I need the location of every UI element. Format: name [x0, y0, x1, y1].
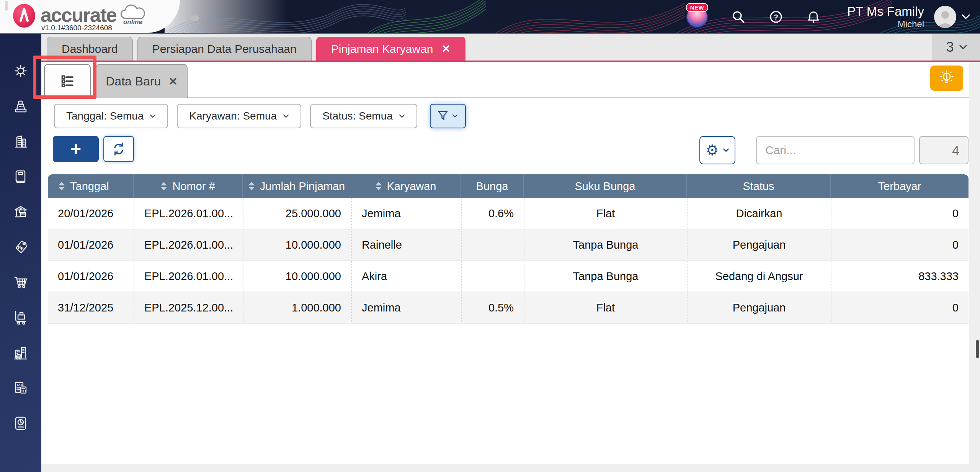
refresh-button[interactable] — [103, 136, 134, 162]
sidebar-item-purchases-cart[interactable] — [12, 274, 29, 291]
column-header-suku-bunga[interactable]: Suku Bunga — [524, 174, 687, 198]
result-count-box: 4 — [919, 136, 969, 164]
help-icon[interactable]: ? — [769, 10, 783, 24]
search-icon[interactable] — [732, 10, 745, 24]
cell-jumlah: 25.000.000 — [243, 198, 351, 229]
sidebar-item-company[interactable] — [12, 133, 29, 150]
sidebar-item-settings[interactable] — [12, 62, 29, 80]
subtab-data-baru[interactable]: Data Baru ✕ — [96, 64, 188, 98]
building-icon — [12, 133, 29, 150]
search-input[interactable] — [765, 144, 913, 157]
table-row[interactable]: 01/01/2026 EPL.2026.01.00... 10.000.000 … — [48, 261, 969, 292]
tips-lightbulb-button[interactable] — [930, 66, 963, 91]
vertical-scrollbar-thumb[interactable] — [976, 340, 979, 358]
sidebar-item-reports[interactable] — [12, 415, 29, 432]
cell-status: Pengajuan — [687, 292, 831, 324]
sidebar: Rp TAX — [0, 34, 41, 472]
sidebar-item-price-tag[interactable]: Rp — [12, 238, 29, 256]
lightbulb-icon — [939, 70, 955, 86]
sidebar-item-inventory-trolley[interactable] — [12, 309, 29, 326]
gear-icon: ⚙ — [706, 142, 719, 159]
column-label: Jumlah Pinjaman — [260, 180, 345, 193]
avatar[interactable] — [934, 6, 956, 28]
new-badge: NEW — [686, 3, 709, 12]
sidebar-item-cash-register[interactable] — [12, 97, 29, 115]
cell-karyawan: Akira — [351, 261, 461, 292]
svg-text:?: ? — [774, 13, 778, 21]
sidebar-item-tax[interactable]: TAX — [12, 379, 29, 397]
filter-karyawan[interactable]: Karyawan: Semua — [177, 104, 301, 128]
cell-suku-bunga: Flat — [524, 292, 687, 324]
column-label: Terbayar — [878, 180, 921, 193]
funnel-icon — [438, 110, 448, 122]
table-row[interactable]: 20/01/2026 EPL.2026.01.00... 25.000.000 … — [48, 198, 969, 229]
report-pie-icon — [12, 415, 29, 432]
asset-building-car-icon — [12, 344, 29, 362]
sidebar-item-bank[interactable] — [12, 203, 29, 221]
cell-bunga — [461, 229, 524, 261]
scroll-indicator — [5, 1, 8, 11]
cell-nomor: EPL.2026.01.00... — [134, 198, 243, 229]
tax-document-icon: TAX — [12, 379, 29, 397]
tab-label: Persiapan Data Perusahaan — [152, 43, 297, 56]
column-header-karyawan[interactable]: Karyawan — [351, 174, 461, 198]
list-icon — [60, 74, 75, 88]
cell-bunga: 0.5% — [461, 292, 524, 324]
accurate-a-icon — [12, 4, 36, 28]
tab-persiapan-data-perusahaan[interactable]: Persiapan Data Perusahaan — [137, 37, 312, 61]
tab-label: Dashboard — [62, 43, 118, 56]
column-header-terbayar[interactable]: Terbayar — [831, 174, 969, 198]
sort-icon[interactable] — [248, 182, 255, 190]
tab-pinjaman-karyawan[interactable]: Pinjaman Karyawan ✕ — [316, 37, 466, 61]
chevron-down-icon — [399, 114, 405, 118]
table-row[interactable]: 31/12/2025 EPL.2025.12.00... 1.000.000 J… — [48, 292, 969, 324]
column-header-nomor[interactable]: Nomor # — [134, 174, 243, 198]
cell-karyawan: Rainelle — [351, 229, 461, 261]
close-icon[interactable]: ✕ — [168, 75, 177, 88]
tab-dashboard[interactable]: Dashboard — [47, 37, 133, 61]
book-icon — [12, 168, 29, 185]
cash-register-icon — [12, 97, 29, 115]
column-label: Suku Bunga — [575, 180, 635, 193]
sort-icon[interactable] — [376, 182, 382, 190]
filter-status[interactable]: Status: Semua — [310, 104, 417, 128]
table-row[interactable]: 01/01/2026 EPL.2026.01.00... 10.000.000 … — [48, 229, 969, 261]
chevron-down-icon[interactable] — [962, 14, 970, 20]
column-header-jumlah-pinjaman[interactable]: Jumlah Pinjaman — [243, 174, 351, 198]
user-name: Michel — [847, 19, 924, 30]
list-view-tab[interactable] — [44, 64, 91, 98]
cell-suku-bunga: Tanpa Bunga — [524, 229, 687, 261]
bell-icon[interactable] — [807, 10, 820, 24]
add-button[interactable]: + — [53, 136, 99, 162]
filter-row: Tanggal: Semua Karyawan: Semua Status: S… — [54, 104, 466, 128]
company-name: PT Ms Family — [847, 4, 924, 19]
column-header-bunga[interactable]: Bunga — [461, 174, 524, 198]
cell-tanggal: 01/01/2026 — [48, 229, 134, 261]
version-text: v1.0.1#3600-2324608 — [41, 24, 112, 32]
cell-status: Pengajuan — [687, 229, 831, 261]
sort-icon[interactable] — [161, 182, 167, 190]
chevron-down-icon — [452, 114, 458, 118]
tab-overflow-count[interactable]: 3 — [933, 34, 980, 61]
filter-tanggal[interactable]: Tanggal: Semua — [54, 104, 168, 128]
tax-label: TAX — [16, 383, 23, 387]
mascot-assistant-button[interactable]: NEW — [686, 6, 708, 28]
chevron-down-icon — [150, 114, 156, 118]
refresh-icon — [111, 141, 126, 157]
cell-bunga — [461, 261, 524, 292]
tab-count: 3 — [946, 39, 954, 55]
column-header-status[interactable]: Status — [687, 174, 831, 198]
cell-status: Sedang di Angsur — [687, 261, 831, 292]
settings-gear-button[interactable]: ⚙ — [699, 136, 735, 164]
plus-icon: + — [70, 139, 81, 159]
sort-icon[interactable] — [59, 182, 65, 190]
cell-tanggal: 01/01/2026 — [48, 261, 134, 292]
filter-funnel-button[interactable] — [430, 104, 466, 128]
column-header-tanggal[interactable]: Tanggal — [48, 174, 134, 198]
sidebar-item-fixed-assets[interactable] — [12, 344, 29, 362]
cell-terbayar: 833.333 — [831, 261, 969, 292]
sidebar-item-ledger[interactable] — [12, 168, 29, 185]
close-icon[interactable]: ✕ — [442, 43, 451, 55]
cell-terbayar: 0 — [831, 198, 969, 229]
column-label: Tanggal — [70, 180, 109, 193]
